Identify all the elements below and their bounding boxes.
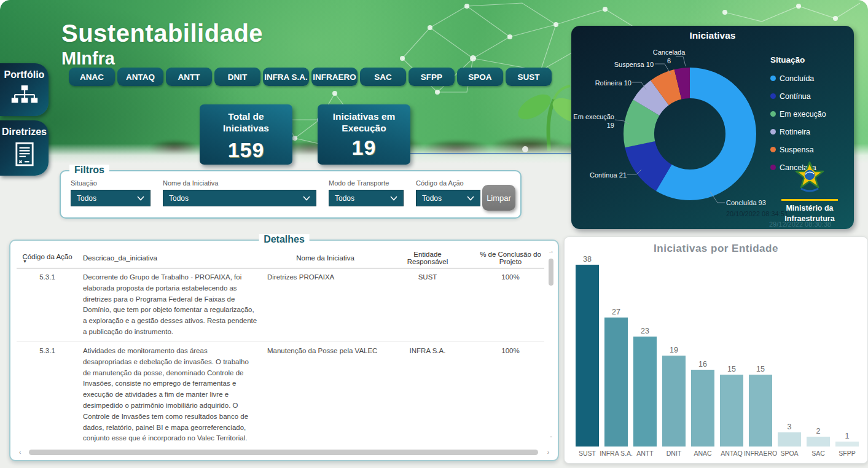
scroll-down-icon[interactable]: ˇ <box>547 435 555 442</box>
bar-value-label: 3 <box>788 423 792 431</box>
table-cell: Diretrizes PROFAIXA <box>262 268 388 342</box>
kpi-value: 159 <box>205 138 287 162</box>
legend-item-em-execu-o[interactable]: Em execução <box>770 105 846 123</box>
nav-button-infraero[interactable]: INFRAERO <box>311 68 358 86</box>
filter-dropdown-nome-da-iniciativa[interactable]: Todos <box>163 190 316 206</box>
horizontal-scrollbar[interactable]: ‹ › <box>19 449 549 456</box>
scroll-left-icon[interactable]: ‹ <box>19 449 21 456</box>
filter-group-c-digo-da-a-o: Código da AçãoTodos <box>416 179 480 206</box>
bar-spoa[interactable] <box>778 432 801 447</box>
bar-antaq[interactable] <box>720 375 743 447</box>
bar-x-label: ANAC <box>694 450 711 458</box>
dashboard-page: Sustentabilidade MInfra ANACANTAQANTTDNI… <box>0 0 868 468</box>
legend-item-conclu-da[interactable]: Concluída <box>770 69 846 87</box>
table-cell: 5.3.1 <box>17 341 78 447</box>
bar-column-infra-s-a: 27INFRA S.A. <box>604 308 628 458</box>
bar-column-anac: 16ANAC <box>691 360 714 458</box>
bar-infra-s-a[interactable] <box>604 318 628 447</box>
refresh-timestamp-1: 20/10/2022 08:34:51 <box>726 210 788 217</box>
filter-group-modo-de-transporte: Modo de TransporteTodos <box>329 179 404 206</box>
legend-item-suspensa[interactable]: Suspensa <box>770 141 846 158</box>
chevron-down-icon <box>137 196 144 201</box>
sidebar-item-portfolio[interactable]: Portfólio <box>0 63 49 116</box>
iniciativas-por-entidade-panel: Iniciativas por Entidade 38SUST27INFRA S… <box>564 236 868 464</box>
scroll-right-icon[interactable]: › <box>547 449 549 456</box>
table-row[interactable]: 5.3.1Decorrente do Grupo de Trabalho - P… <box>17 268 544 342</box>
donut-legend: Situação ConcluídaContínuaEm execuçãoRot… <box>770 55 846 176</box>
nav-button-sac[interactable]: SAC <box>360 68 406 86</box>
nav-button-sfpp[interactable]: SFPP <box>409 68 455 86</box>
page-subtitle: MInfra <box>61 49 263 69</box>
vertical-scroll-thumb[interactable] <box>549 259 553 286</box>
horizontal-scroll-thumb[interactable] <box>29 450 538 455</box>
table-row[interactable]: 5.3.1Atividades de monitoramento das áre… <box>17 341 544 447</box>
bar-infraero[interactable] <box>749 375 772 447</box>
org-chart-icon <box>10 97 39 107</box>
scroll-up-icon[interactable]: ˉˆ <box>547 251 555 257</box>
details-legend: Detalhes <box>259 234 310 245</box>
table-cell: Decorrente do Grupo de Trabalho - PROFAI… <box>78 268 262 342</box>
bar-x-label: SUST <box>579 450 596 458</box>
nav-button-anac[interactable]: ANAC <box>69 68 115 86</box>
nav-button-sust[interactable]: SUST <box>506 68 552 86</box>
nav-button-spoa[interactable]: SPOA <box>457 68 503 86</box>
table-cell: 100% <box>467 268 544 342</box>
clear-filters-button[interactable]: Limpar <box>482 185 515 211</box>
nav-row: ANACANTAQANTTDNITINFRA S.A.INFRAEROSACSF… <box>69 68 552 86</box>
nav-button-antt[interactable]: ANTT <box>166 68 212 86</box>
bar-x-label: ANTAQ <box>721 450 742 458</box>
legend-item-rotineira[interactable]: Rotineira <box>770 123 846 141</box>
bar-value-label: 15 <box>727 365 736 373</box>
bar-chart: 38SUST27INFRA S.A.23ANTT19DNIT16ANAC15AN… <box>571 264 864 458</box>
legend-item-cont-nua[interactable]: Contínua <box>770 87 846 105</box>
table-cell: Atividades de monitoramento das áreas de… <box>78 341 262 447</box>
brazil-coat-of-arms-icon <box>793 185 826 195</box>
dropdown-value: Todos <box>335 194 354 203</box>
legend-label: Suspensa <box>780 146 814 154</box>
bar-x-label: INFRAERO <box>744 450 777 458</box>
filters-panel: Filtros SituaçãoTodosNome da IniciativaT… <box>60 170 522 219</box>
legend-dot-icon <box>770 165 776 170</box>
chevron-down-icon <box>390 196 397 201</box>
sort-descending-icon: ▼ <box>22 260 73 263</box>
bar-sfpp[interactable] <box>835 442 859 447</box>
kpi-value: 19 <box>323 136 405 160</box>
bar-sust[interactable] <box>576 265 599 447</box>
legend-title: Situação <box>770 55 846 64</box>
legend-dot-icon <box>770 76 776 81</box>
bar-dnit[interactable] <box>662 356 686 447</box>
bar-column-dnit: 19DNIT <box>662 346 686 458</box>
nav-button-dnit[interactable]: DNIT <box>214 68 260 86</box>
filter-dropdown-modo-de-transporte[interactable]: Todos <box>329 190 404 206</box>
filter-dropdown-c-digo-da-a-o[interactable]: Todos <box>416 190 480 206</box>
chevron-down-icon <box>303 196 310 201</box>
column-header-c-digo-da-a-o[interactable]: Código da Ação▼ <box>17 247 78 268</box>
dropdown-value: Todos <box>422 194 442 203</box>
nav-button-infra-s-a[interactable]: INFRA S.A. <box>263 68 309 86</box>
legend-label: Concluída <box>780 74 814 83</box>
legend-dot-icon <box>770 93 776 99</box>
bar-value-label: 16 <box>698 360 707 369</box>
details-table-wrap: Código da Ação▼Descricao_da_iniciativaNo… <box>17 247 544 447</box>
sidebar-item-diretrizes[interactable]: Diretrizes <box>0 120 49 176</box>
column-header-nome-da-iniciativa[interactable]: Nome da Iniciativa <box>262 247 388 268</box>
bar-anac[interactable] <box>691 370 714 447</box>
filter-label: Modo de Transporte <box>329 179 404 187</box>
column-header-entidade-respons-vel[interactable]: Entidade Responsável <box>388 247 467 268</box>
bar-column-sust: 38SUST <box>576 255 599 458</box>
donut-label-em-execu-o: Em execução19 <box>571 112 614 130</box>
bar-x-label: SPOA <box>780 450 798 458</box>
title-block: Sustentabilidade MInfra <box>61 20 263 69</box>
table-cell: 100% <box>467 341 544 447</box>
vertical-scrollbar[interactable]: ˉˆ ˇ <box>547 251 555 442</box>
filter-dropdown-situa-o[interactable]: Todos <box>71 190 151 206</box>
nav-button-antaq[interactable]: ANTAQ <box>117 68 163 86</box>
bar-sac[interactable] <box>807 437 830 447</box>
legend-label: Contínua <box>780 92 811 101</box>
bar-antt[interactable] <box>633 337 657 447</box>
column-header-descricao-da-iniciativa[interactable]: Descricao_da_iniciativa <box>78 247 262 268</box>
bar-column-spoa: 3SPOA <box>778 423 801 458</box>
bar-chart-title: Iniciativas por Entidade <box>565 243 867 255</box>
logo-underline <box>781 199 838 201</box>
column-header-de-conclus-o-do-projeto[interactable]: % de Conclusão do Projeto <box>467 247 544 268</box>
